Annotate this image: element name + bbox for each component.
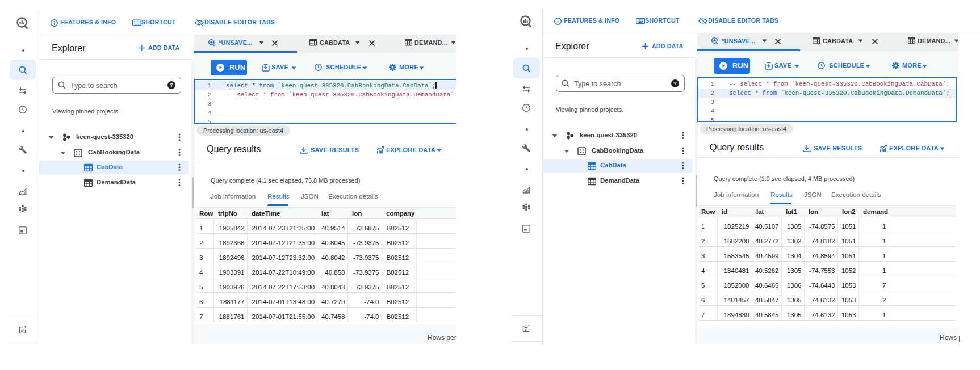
svg-text:?: ? [673,81,677,86]
svg-text:?: ? [170,82,173,88]
